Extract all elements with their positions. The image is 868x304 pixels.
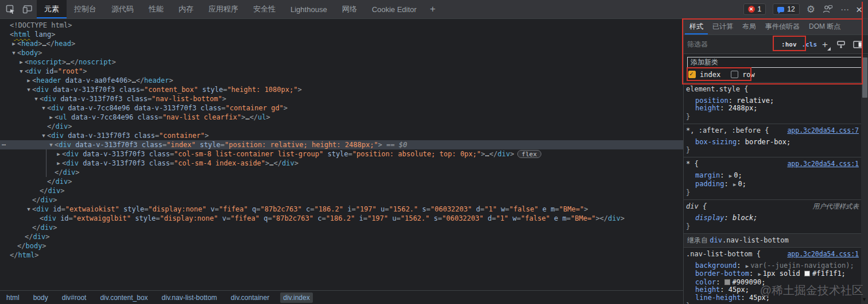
tab-elements[interactable]: 元素 bbox=[37, 0, 67, 18]
tree-row[interactable]: <div id="extwaigglbit" style="display:no… bbox=[0, 214, 683, 223]
tree-row[interactable]: ▶<div data-v-313f70f3 class="col-sm-8 li… bbox=[0, 149, 683, 159]
css-property-value[interactable]: 0; bbox=[738, 180, 746, 188]
more-options-icon[interactable]: ⋯ bbox=[840, 5, 849, 14]
settings-gear-icon[interactable]: ⚙ bbox=[807, 5, 815, 14]
inherited-from-link-rest[interactable]: .nav-list-bottom bbox=[722, 236, 789, 244]
collapse-arrow-icon[interactable]: ▼ bbox=[33, 94, 39, 103]
css-property-row[interactable]: background: ▶var(--juejin-navigation); bbox=[686, 262, 859, 271]
css-property-name[interactable]: line-height bbox=[695, 294, 741, 302]
tab-network[interactable]: 网络 bbox=[335, 0, 365, 18]
rule-selector[interactable]: div { bbox=[686, 202, 707, 211]
css-property-name[interactable]: background bbox=[695, 261, 737, 270]
css-property-value[interactable]: 2488px; bbox=[728, 104, 758, 112]
device-toolbar-icon[interactable] bbox=[22, 3, 33, 15]
new-style-rule-button[interactable]: + bbox=[822, 40, 830, 49]
feedback-icon[interactable] bbox=[822, 3, 834, 15]
tree-row[interactable]: <html lang> bbox=[0, 30, 683, 39]
css-property-name[interactable]: height bbox=[695, 104, 720, 112]
styles-tab-layout[interactable]: 布局 bbox=[738, 19, 761, 34]
tree-row[interactable]: </div> bbox=[0, 232, 683, 241]
tree-row[interactable]: ▼<div data-v-313f70f3 class="nav-list-bo… bbox=[0, 94, 683, 103]
color-swatch[interactable] bbox=[804, 271, 810, 276]
tree-row-selected[interactable]: ⋯▼<div data-v-313f70f3 class="index" sty… bbox=[0, 140, 683, 149]
expand-arrow-icon[interactable]: ▶ bbox=[18, 57, 24, 67]
styles-tab-dom-breakpoints[interactable]: DOM 断点 bbox=[804, 19, 845, 34]
css-property-name[interactable]: color bbox=[695, 278, 716, 286]
collapse-arrow-icon[interactable]: ▼ bbox=[41, 103, 46, 113]
rule-selector[interactable]: * { bbox=[686, 160, 699, 168]
tab-application[interactable]: 应用程序 bbox=[201, 0, 246, 18]
tree-row[interactable]: </div> bbox=[0, 223, 683, 232]
css-property-name[interactable]: box-sizing bbox=[695, 138, 737, 146]
tree-row[interactable]: ▶<div data-v-313f70f3 class="col-sm-4 in… bbox=[0, 159, 683, 168]
tree-row[interactable]: </div> bbox=[0, 177, 683, 186]
expand-arrow-icon[interactable]: ▶ bbox=[56, 149, 61, 159]
crumb-div.nav-list-bottom[interactable]: div.nav-list-bottom bbox=[159, 293, 220, 303]
tab-cookie-editor[interactable]: Cookie Editor bbox=[365, 0, 424, 18]
tree-row[interactable]: </div> bbox=[0, 195, 683, 205]
crumb-div#root[interactable]: div#root bbox=[59, 293, 90, 303]
add-new-class-input[interactable] bbox=[687, 57, 865, 68]
computed-sidebar-toggle-icon[interactable] bbox=[852, 39, 863, 50]
inherited-from-link[interactable]: div bbox=[710, 236, 722, 244]
tree-row[interactable]: </body> bbox=[0, 241, 683, 251]
css-property-name[interactable]: height bbox=[695, 286, 720, 294]
tree-row[interactable]: <!DOCTYPE html> bbox=[0, 21, 683, 30]
css-property-name[interactable]: margin bbox=[695, 171, 720, 179]
css-property-row[interactable]: box-sizing: border-box; bbox=[686, 138, 859, 147]
expand-arrow-icon[interactable]: ▶ bbox=[11, 39, 17, 48]
css-property-name[interactable]: display bbox=[695, 214, 724, 222]
tab-lighthouse[interactable]: Lighthouse bbox=[283, 0, 335, 18]
css-property-value[interactable]: #f1f1f1; bbox=[812, 270, 846, 278]
css-property-value[interactable]: 1px solid bbox=[763, 270, 804, 278]
tree-row[interactable]: </div> bbox=[0, 122, 683, 131]
css-property-value[interactable]: border-box; bbox=[745, 138, 790, 146]
crumb-body[interactable]: body bbox=[30, 293, 51, 303]
styles-scrollbar-thumb[interactable] bbox=[862, 57, 867, 98]
tree-row[interactable]: ▼<div id="root"> bbox=[0, 67, 683, 76]
css-property-value[interactable]: 0; bbox=[734, 171, 742, 179]
tab-performance[interactable]: 性能 bbox=[141, 0, 171, 18]
expand-value-icon[interactable]: ▶ bbox=[733, 182, 736, 187]
new-tab-plus-button[interactable]: + bbox=[424, 0, 441, 18]
css-property-value[interactable]: block; bbox=[733, 214, 757, 222]
rendering-emulations-icon[interactable] bbox=[835, 39, 847, 50]
tree-row[interactable]: ▶<head>…</head> bbox=[0, 39, 683, 48]
toggle-element-state-button[interactable]: :hov bbox=[781, 41, 797, 48]
issues-badge[interactable]: 12 bbox=[773, 3, 799, 15]
row-hover-menu-dots[interactable]: ⋯ bbox=[2, 140, 6, 149]
tree-row[interactable]: ▶<header data-v-aa0fe406>…</header> bbox=[0, 76, 683, 85]
tree-row[interactable]: ▼<div data-v-313f70f3 class="container"> bbox=[0, 131, 683, 140]
crumb-div.index[interactable]: div.index bbox=[280, 293, 312, 303]
rule-selector[interactable]: *, :after, :before { bbox=[686, 126, 769, 135]
stylesheet-source-link[interactable]: app.3c20da54.css:1 bbox=[787, 250, 859, 259]
css-property-value[interactable]: relative; bbox=[737, 97, 774, 105]
flex-badge[interactable]: flex bbox=[517, 150, 542, 158]
collapse-arrow-icon[interactable]: ▼ bbox=[26, 205, 32, 214]
crumb-div.container[interactable]: div.container bbox=[228, 293, 272, 303]
tab-security[interactable]: 安全性 bbox=[246, 0, 283, 18]
checkbox-unchecked-icon[interactable] bbox=[731, 71, 738, 78]
crumb-div.contentbox[interactable]: div.content_box bbox=[97, 293, 150, 303]
expand-value-icon[interactable]: ▶ bbox=[758, 271, 761, 277]
css-property-value[interactable]: var(--juejin-navigation); bbox=[750, 261, 854, 270]
styles-tab-computed[interactable]: 已计算 bbox=[708, 19, 738, 34]
tab-memory[interactable]: 内存 bbox=[171, 0, 201, 18]
expand-arrow-icon[interactable]: ▶ bbox=[56, 159, 61, 168]
rule-selector[interactable]: .nav-list-bottom { bbox=[686, 250, 761, 259]
tree-row[interactable]: </html> bbox=[0, 251, 683, 260]
css-property-row[interactable]: display: block; bbox=[686, 214, 859, 222]
collapse-arrow-icon[interactable]: ▼ bbox=[18, 67, 24, 76]
css-property-value[interactable]: 45px; bbox=[728, 286, 749, 294]
styles-tab-event-listeners[interactable]: 事件侦听器 bbox=[761, 19, 804, 34]
color-swatch[interactable] bbox=[724, 279, 730, 285]
tree-row[interactable]: ▼<div data-v-7cc84e96 data-v-313f70f3 cl… bbox=[0, 103, 683, 113]
tree-row[interactable]: ▶<ul data-v-7cc84e96 class="nav-list cle… bbox=[0, 113, 683, 122]
expand-value-icon[interactable]: ▶ bbox=[729, 173, 732, 179]
stylesheet-source-link[interactable]: app.3c20da54.css:7 bbox=[787, 126, 859, 135]
css-property-name[interactable]: border-bottom bbox=[695, 270, 749, 278]
css-property-name[interactable]: position bbox=[695, 97, 728, 105]
collapse-arrow-icon[interactable]: ▼ bbox=[26, 85, 32, 94]
checkbox-checked-icon[interactable] bbox=[688, 71, 696, 78]
styles-tab-styles[interactable]: 样式 bbox=[685, 19, 708, 34]
